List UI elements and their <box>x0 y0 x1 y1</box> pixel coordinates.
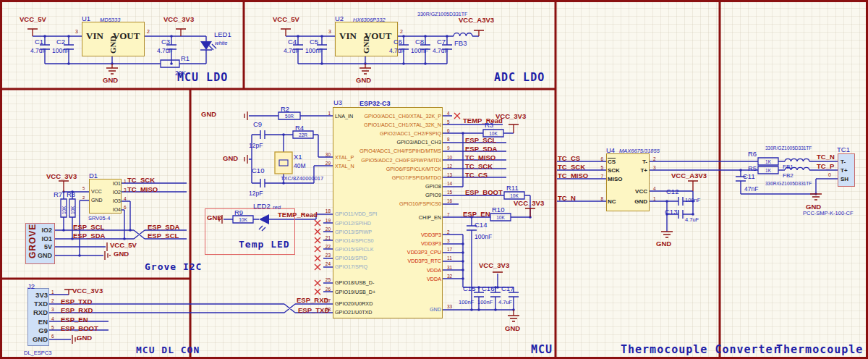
j2-part[interactable]: DL_ESPC3 <box>24 350 51 356</box>
led2-color[interactable]: red <box>273 204 281 211</box>
net-tc-n-tc1[interactable]: TC_N <box>817 153 835 161</box>
net-vcc3v3-caps[interactable]: VCC_3V3 <box>479 261 509 269</box>
led1-color[interactable]: white <box>215 40 228 46</box>
c2-value[interactable]: 100nF <box>52 47 69 54</box>
net-esp-sda-left[interactable]: ESP_SDA <box>73 232 105 240</box>
u3-ref[interactable]: U3 <box>333 98 342 106</box>
c2-ref[interactable]: C2 <box>56 38 65 46</box>
c9-value[interactable]: 12pF <box>249 142 263 149</box>
c1-value[interactable]: 4.7uF <box>30 47 46 54</box>
net-vcc3v3-r10[interactable]: VCC_3V3 <box>514 199 544 207</box>
gnd-label-dl[interactable]: GND <box>77 334 92 342</box>
r10-value[interactable]: 10K <box>490 215 511 220</box>
net-tc-miso[interactable]: TC_MISO <box>558 172 588 180</box>
u4-part[interactable]: MAX6675/31855 <box>619 148 660 154</box>
net-tc-miso-u3[interactable]: TC_MISO <box>465 153 495 161</box>
c14-ref[interactable]: C14 <box>475 221 487 229</box>
r11-ref[interactable]: R11 <box>506 184 519 192</box>
r11-value[interactable]: 10K <box>504 193 524 198</box>
net-vcc5v-adc[interactable]: VCC_5V <box>273 15 299 23</box>
c7-ref[interactable]: C7 <box>437 38 446 46</box>
net-tc-p-tc1[interactable]: TC_P <box>817 162 834 170</box>
net-esp-scl-u3[interactable]: ESP_SCL <box>465 136 496 144</box>
net-temp-read-led[interactable]: TEMP_Read <box>278 211 318 219</box>
net-tc-sck[interactable]: TC_SCK <box>558 163 585 171</box>
c10-ref[interactable]: C10 <box>252 166 264 174</box>
c6-value[interactable]: 4.7uF <box>389 47 405 54</box>
c17-value[interactable]: 4.7uF <box>498 299 512 305</box>
j2-ref[interactable]: J2 <box>27 282 35 290</box>
net-tc-sck-u3[interactable]: TC_SCK <box>465 162 493 170</box>
net-esp-boot-dl[interactable]: ESP_BOOT <box>61 324 98 332</box>
u1-part[interactable]: MD5333 <box>100 17 120 23</box>
c9-ref[interactable]: C9 <box>253 120 262 128</box>
r8-value[interactable]: 10K <box>70 206 75 214</box>
c6-ref[interactable]: C6 <box>393 38 402 46</box>
c8-ref[interactable]: C8 <box>415 38 424 46</box>
c16-value[interactable]: 100nF <box>477 299 493 305</box>
net-tc-cs[interactable]: TC_CS <box>558 154 580 162</box>
net-esp-en-dl[interactable]: ESP_EN <box>61 316 88 324</box>
net-esp-rxd-dl[interactable]: ESP_RXD <box>61 306 93 314</box>
c4-ref[interactable]: C4 <box>288 38 297 46</box>
c17-ref[interactable]: C17 <box>501 284 514 292</box>
net-esp-scl-right[interactable]: ESP_SCL <box>148 232 179 240</box>
r1-ref[interactable]: R1 <box>181 54 190 62</box>
c5-value[interactable]: 100nF <box>305 47 323 54</box>
gnd-label-u1[interactable]: GND <box>103 76 118 84</box>
u1-ref[interactable]: U1 <box>82 14 90 22</box>
r6-ref[interactable]: R6 <box>748 150 757 158</box>
net-vcc3v3-dl[interactable]: VCC_3V3 <box>72 287 103 295</box>
x1-ref[interactable]: X1 <box>294 153 302 161</box>
c3-ref[interactable]: C3 <box>161 38 170 46</box>
gnd-label-caps[interactable]: GND <box>505 324 520 332</box>
c10-value[interactable]: 12pF <box>249 190 263 197</box>
net-esp-scl-left[interactable]: ESP_SCL <box>73 223 104 231</box>
tc1-part[interactable]: PCC-SMP-K-100-CF <box>803 210 854 216</box>
net-esp-txd-dl[interactable]: ESP_TXD <box>61 297 92 305</box>
gnd-label-r9[interactable]: GND <box>207 214 222 221</box>
r5-value[interactable]: 1K <box>758 168 778 173</box>
x1-part[interactable]: TXC/8Z40000017 <box>281 175 323 182</box>
net-vcc3v3-grove[interactable]: VCC_3V3 <box>46 172 77 180</box>
net-esp-en-u3[interactable]: ESP_EN <box>463 210 490 218</box>
d1-part[interactable]: SRV05-4 <box>88 215 110 221</box>
r7-ref[interactable]: R7 <box>54 190 62 198</box>
gnd-label-x1[interactable]: GND <box>223 154 238 162</box>
x1-value[interactable]: 40M <box>294 162 306 169</box>
net-esp-sda-u3[interactable]: ESP_SDA <box>465 145 497 153</box>
c1-ref[interactable]: C1 <box>35 38 43 46</box>
c15-ref[interactable]: C15 <box>463 284 475 292</box>
c3-value[interactable]: 4.7uF <box>157 47 173 54</box>
net-esp-boot-u3[interactable]: ESP_BOOT <box>465 188 503 196</box>
c13-ref[interactable]: C13 <box>665 208 677 216</box>
r5-ref[interactable]: R5 <box>748 164 757 172</box>
net-esp-sda-right[interactable]: ESP_SDA <box>148 223 179 231</box>
crystal-body[interactable] <box>275 152 292 174</box>
net-vcc5v[interactable]: VCC_5V <box>20 15 46 23</box>
u3-part[interactable]: ESP32-C3 <box>359 100 391 107</box>
r9-ref[interactable]: R9 <box>234 208 243 216</box>
c11-value[interactable]: 47nF <box>744 185 758 193</box>
c8-value[interactable]: 100nF <box>411 47 428 54</box>
section-title-grove[interactable]: Grove I2C <box>145 261 202 272</box>
r3-value[interactable]: 10K <box>483 131 503 136</box>
c11-ref[interactable]: C11 <box>743 172 755 180</box>
fb2-ref[interactable]: FB2 <box>783 172 793 179</box>
r4-value[interactable]: 22R <box>293 132 313 138</box>
c4-value[interactable]: 4.7uF <box>284 47 299 54</box>
net-tc-n[interactable]: TC_N <box>558 194 576 202</box>
led2-ref[interactable]: LED2 <box>253 202 271 210</box>
gnd-label-r2[interactable]: GND <box>201 110 216 118</box>
fb1-ref[interactable]: FB1 <box>783 164 793 170</box>
c12-value[interactable]: 100nF <box>685 197 700 203</box>
led1-ref[interactable]: LED1 <box>214 30 231 38</box>
section-title-dl-con[interactable]: MCU DL CON <box>136 345 200 355</box>
r10-ref[interactable]: R10 <box>492 206 504 214</box>
u2-part[interactable]: HX6306P332 <box>353 17 386 23</box>
gnd-label-u2[interactable]: GND <box>356 76 371 84</box>
r8-ref[interactable]: R8 <box>67 190 75 198</box>
net-tc-cs-u3[interactable]: TC_CS <box>465 171 488 179</box>
net-vcc-a3v3[interactable]: VCC_A3V3 <box>459 16 494 24</box>
fb1-value[interactable]: 330R/GZ1005D331TF <box>765 145 812 151</box>
